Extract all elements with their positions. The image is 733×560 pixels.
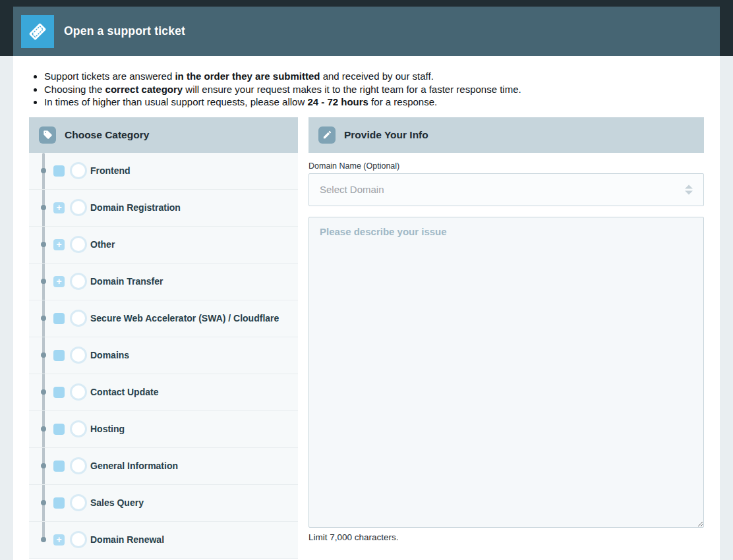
category-row[interactable]: + Domain Transfer [29, 264, 298, 300]
expand-plus-icon[interactable]: + [53, 202, 65, 213]
category-label: Frontend [90, 165, 131, 176]
timeline-dot-icon [41, 279, 46, 284]
category-label: General Information [90, 461, 178, 471]
notes-list: Support tickets are answered in the orde… [29, 70, 704, 109]
category-square-icon[interactable] [53, 387, 65, 398]
category-row[interactable]: + Domain Renewal [29, 522, 298, 559]
category-label: Secure Web Accelerator (SWA) / Cloudflar… [90, 313, 279, 323]
category-label: Domain Registration [90, 202, 181, 213]
category-row[interactable]: Frontend [29, 153, 298, 190]
category-square-icon[interactable] [53, 313, 65, 324]
support-ticket-card: Open a support ticket Support tickets ar… [13, 7, 720, 560]
category-row[interactable]: Sales Query [29, 485, 298, 522]
category-label: Domain Transfer [90, 276, 163, 287]
expand-plus-icon[interactable]: + [53, 534, 65, 546]
provide-info-panel: Provide Your Info Domain Name (Optional)… [308, 117, 704, 559]
category-square-icon[interactable] [53, 424, 65, 435]
category-label: Other [90, 239, 115, 250]
note-item: In times of higher than usual support re… [44, 96, 704, 109]
category-radio[interactable] [70, 162, 87, 179]
pencil-icon [318, 126, 336, 144]
timeline-dot-icon [41, 537, 46, 542]
note-item: Choosing the correct category will ensur… [44, 83, 704, 96]
category-label: Contact Update [90, 387, 158, 397]
page-title: Open a support ticket [64, 24, 185, 38]
category-square-icon[interactable] [53, 497, 65, 509]
provide-info-header: Provide Your Info [308, 117, 704, 153]
category-row[interactable]: General Information [29, 448, 298, 485]
category-radio[interactable] [70, 494, 87, 511]
note-item: Support tickets are answered in the orde… [44, 70, 704, 83]
category-radio[interactable] [70, 383, 87, 401]
panel-title: Choose Category [65, 129, 149, 141]
card-body: Support tickets are answered in the orde… [13, 70, 720, 559]
timeline-dot-icon [41, 168, 46, 173]
category-radio[interactable] [70, 531, 87, 548]
category-row[interactable]: + Domain Registration [29, 190, 298, 227]
tag-icon [39, 126, 56, 144]
category-radio[interactable] [70, 347, 87, 364]
timeline-dot-icon [41, 205, 46, 210]
category-label: Domain Renewal [90, 534, 164, 545]
timeline-dot-icon [41, 242, 46, 247]
panel-title: Provide Your Info [344, 129, 428, 141]
category-row[interactable]: Secure Web Accelerator (SWA) / Cloudflar… [29, 300, 298, 337]
timeline-dot-icon [41, 463, 46, 468]
timeline-dot-icon [41, 500, 46, 505]
category-row[interactable]: Hosting [29, 411, 298, 448]
category-radio[interactable] [70, 273, 87, 290]
panels: Choose Category Frontend + Domain Regist… [29, 117, 704, 559]
expand-plus-icon[interactable]: + [53, 239, 65, 250]
domain-name-label: Domain Name (Optional) [308, 161, 704, 171]
choose-category-header: Choose Category [29, 117, 298, 153]
timeline-dot-icon [41, 389, 46, 395]
char-limit-note: Limit 7,000 characters. [308, 532, 704, 542]
category-label: Domains [90, 350, 129, 360]
timeline-dot-icon [41, 352, 46, 358]
domain-select-placeholder: Select Domain [320, 184, 384, 195]
timeline-dot-icon [41, 426, 46, 432]
category-square-icon[interactable] [53, 461, 65, 472]
category-radio[interactable] [70, 310, 87, 327]
timeline-dot-icon [41, 316, 46, 321]
domain-select[interactable]: Select Domain [308, 173, 704, 206]
expand-plus-icon[interactable]: + [53, 276, 65, 287]
category-radio[interactable] [70, 236, 87, 253]
ticket-icon [21, 15, 54, 48]
page-header: Open a support ticket [13, 7, 720, 56]
category-row[interactable]: Domains [29, 337, 298, 374]
issue-textarea[interactable] [308, 217, 704, 528]
category-list: Frontend + Domain Registration + Other +… [29, 153, 298, 559]
category-radio[interactable] [70, 199, 87, 216]
category-row[interactable]: + Other [29, 227, 298, 264]
category-radio[interactable] [70, 420, 87, 437]
category-radio[interactable] [70, 457, 87, 474]
category-row[interactable]: Contact Update [29, 374, 298, 411]
select-arrows-icon [685, 184, 693, 194]
category-square-icon[interactable] [53, 350, 65, 361]
choose-category-panel: Choose Category Frontend + Domain Regist… [29, 117, 298, 559]
category-label: Sales Query [90, 497, 144, 508]
category-square-icon[interactable] [53, 165, 65, 177]
category-label: Hosting [90, 424, 125, 434]
